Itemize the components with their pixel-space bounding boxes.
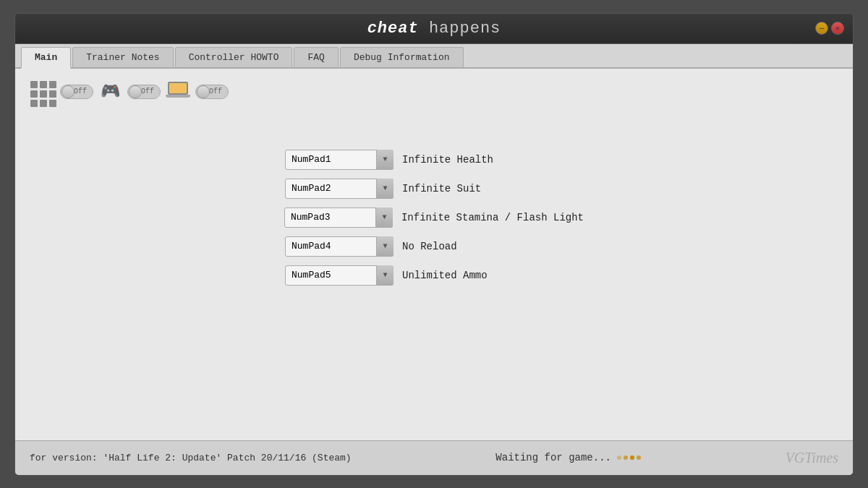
spinner-dot-4 — [637, 455, 641, 460]
key-select-2[interactable]: NumPad1NumPad2NumPad3NumPad4NumPad5NumPa… — [284, 207, 393, 228]
title-happens: happens — [419, 20, 501, 38]
tab-trainer-notes[interactable]: Trainer Notes — [72, 47, 173, 67]
cheat-row-2: NumPad1NumPad2NumPad3NumPad4NumPad5NumPa… — [284, 207, 584, 228]
key-select-1[interactable]: NumPad1NumPad2NumPad3NumPad4NumPad5NumPa… — [285, 179, 393, 199]
spinner-dot-3 — [630, 455, 634, 460]
spinner — [617, 455, 641, 460]
select-wrapper-4: NumPad1NumPad2NumPad3NumPad4NumPad5NumPa… — [285, 265, 393, 286]
key-select-3[interactable]: NumPad1NumPad2NumPad3NumPad4NumPad5NumPa… — [285, 236, 393, 257]
title-bar: cheat happens — ✕ — [15, 14, 853, 44]
spinner-dot-1 — [617, 455, 621, 460]
cheat-row-4: NumPad1NumPad2NumPad3NumPad4NumPad5NumPa… — [285, 265, 583, 286]
toggle-switch-1[interactable]: Off — [60, 85, 93, 99]
tab-main[interactable]: Main — [21, 47, 71, 69]
minimize-button[interactable]: — — [815, 22, 828, 35]
select-wrapper-2: NumPad1NumPad2NumPad3NumPad4NumPad5NumPa… — [284, 207, 393, 228]
grid-icon — [27, 77, 56, 106]
cheat-label-1: Infinite Suit — [402, 183, 583, 194]
cheat-row-0: NumPad1NumPad2NumPad3NumPad4NumPad5NumPa… — [285, 150, 583, 170]
content-area: Main Trainer Notes Controller HOWTO FAQ … — [15, 44, 853, 475]
cheat-label-2: Infinite Stamina / Flash Light — [401, 212, 584, 223]
select-wrapper-3: NumPad1NumPad2NumPad3NumPad4NumPad5NumPa… — [285, 236, 393, 257]
cheat-label-3: No Reload — [402, 241, 583, 252]
laptop-icon — [165, 82, 191, 102]
cheat-label-4: Unlimited Ammo — [402, 270, 583, 281]
toggle-label-3: Off — [209, 87, 222, 95]
cheat-row-1: NumPad1NumPad2NumPad3NumPad4NumPad5NumPa… — [285, 179, 583, 199]
toggle-group-1: Off — [60, 85, 93, 99]
toggle-group-2: Off — [127, 85, 161, 99]
toggle-knob-3 — [197, 85, 210, 98]
tab-bar: Main Trainer Notes Controller HOWTO FAQ … — [15, 44, 853, 69]
toggle-switch-3[interactable]: Off — [195, 85, 229, 99]
toggle-knob-2 — [129, 85, 142, 98]
toggle-label-1: Off — [74, 87, 87, 95]
toggle-group-3: Off — [195, 85, 229, 99]
tab-debug-info[interactable]: Debug Information — [340, 47, 464, 67]
spinner-dot-2 — [624, 455, 628, 460]
window-controls: — ✕ — [815, 22, 844, 35]
title-cheat: cheat — [367, 20, 419, 38]
cheats-grid: NumPad1NumPad2NumPad3NumPad4NumPad5NumPa… — [27, 150, 841, 286]
cheat-row-3: NumPad1NumPad2NumPad3NumPad4NumPad5NumPa… — [285, 236, 583, 257]
tab-faq[interactable]: FAQ — [294, 47, 338, 67]
close-button[interactable]: ✕ — [831, 22, 844, 35]
key-select-0[interactable]: NumPad1NumPad2NumPad3NumPad4NumPad5NumPa… — [285, 150, 393, 170]
app-title: cheat happens — [367, 20, 501, 38]
waiting-group: Waiting for game... — [495, 452, 641, 463]
toggle-knob-1 — [61, 85, 75, 98]
status-bar: for version: 'Half Life 2: Update' Patch… — [15, 440, 853, 475]
toggle-label-2: Off — [141, 87, 154, 95]
version-text: for version: 'Half Life 2: Update' Patch… — [30, 453, 352, 463]
key-select-4[interactable]: NumPad1NumPad2NumPad3NumPad4NumPad5NumPa… — [285, 265, 393, 286]
select-wrapper-1: NumPad1NumPad2NumPad3NumPad4NumPad5NumPa… — [285, 179, 393, 199]
waiting-text: Waiting for game... — [495, 452, 611, 463]
main-content: Off 🎮 Off — [15, 69, 853, 440]
select-wrapper-0: NumPad1NumPad2NumPad3NumPad4NumPad5NumPa… — [285, 150, 393, 170]
toggle-switch-2[interactable]: Off — [127, 85, 161, 99]
main-window: cheat happens — ✕ Main Trainer Notes Con… — [14, 13, 854, 476]
tab-controller-howto[interactable]: Controller HOWTO — [175, 47, 293, 67]
vgtimes-logo: VGTimes — [786, 450, 838, 466]
cheat-label-0: Infinite Health — [402, 154, 583, 166]
controller-icon: 🎮 — [101, 82, 120, 101]
toolbar: Off 🎮 Off — [27, 77, 841, 106]
